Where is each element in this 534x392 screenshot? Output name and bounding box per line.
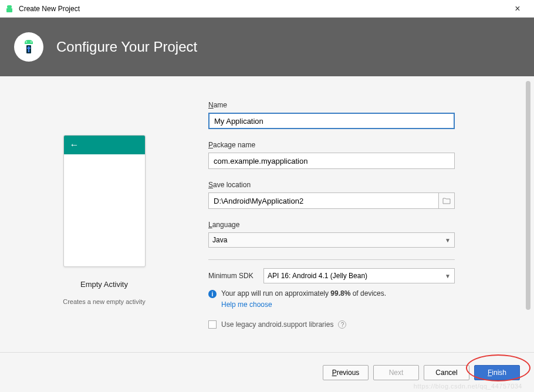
legacy-checkbox[interactable] (208, 320, 217, 329)
language-select[interactable]: Java ▼ (208, 232, 455, 248)
scroll-thumb[interactable] (526, 81, 530, 310)
android-studio-badge-icon (14, 32, 43, 62)
info-text: Your app will run on approximately 99.8%… (221, 289, 386, 298)
chevron-down-icon: ▼ (445, 273, 451, 279)
folder-icon (442, 197, 451, 204)
svg-rect-0 (7, 5, 12, 8)
name-label: Name (208, 101, 516, 109)
scrollbar[interactable] (526, 81, 530, 316)
next-button: Next (373, 365, 419, 380)
package-label: Package name (208, 141, 516, 149)
location-label: Save location (208, 181, 516, 189)
location-input[interactable] (208, 192, 438, 209)
language-label: Language (208, 221, 516, 229)
content-area: ← Empty Activity Creates a new empty act… (0, 76, 534, 352)
language-value: Java (212, 236, 227, 244)
sdk-value: API 16: Android 4.1 (Jelly Bean) (268, 272, 367, 280)
page-title: Configure Your Project (56, 39, 197, 55)
activity-preview: ← (63, 135, 146, 267)
chevron-down-icon: ▼ (445, 237, 451, 244)
package-input[interactable] (208, 153, 455, 169)
preview-appbar: ← (64, 136, 145, 154)
svg-rect-1 (6, 8, 12, 12)
info-icon: i (208, 290, 217, 298)
divider (208, 259, 455, 260)
form-panel: Name Package name Save location Language… (208, 76, 534, 352)
help-choose-link[interactable]: Help me choose (221, 300, 516, 309)
header: Configure Your Project (0, 18, 534, 76)
cancel-button[interactable]: Cancel (424, 365, 469, 380)
svg-point-2 (26, 42, 27, 43)
watermark: https://blog.csdn.net/qq_44757034 (414, 383, 522, 390)
preview-title: Empty Activity (80, 280, 128, 289)
close-icon[interactable]: × (506, 4, 529, 14)
previous-button[interactable]: Previous (323, 365, 369, 380)
device-coverage-info: i Your app will run on approximately 99.… (208, 289, 516, 298)
window-title: Create New Project (19, 5, 506, 13)
titlebar: Create New Project × (0, 0, 534, 18)
preview-subtitle: Creates a new empty activity (63, 298, 146, 305)
preview-panel: ← Empty Activity Creates a new empty act… (0, 76, 208, 352)
svg-point-3 (31, 42, 32, 43)
sdk-label: Minimum SDK (208, 272, 263, 280)
android-studio-icon (5, 4, 14, 13)
back-arrow-icon: ← (70, 140, 79, 150)
help-icon[interactable]: ? (338, 320, 346, 329)
content-fade (208, 342, 516, 352)
finish-button[interactable]: Finish (474, 365, 520, 380)
name-input[interactable] (208, 113, 455, 129)
legacy-label: Use legacy android.support libraries (221, 320, 333, 329)
legacy-libraries-row: Use legacy android.support libraries ? (208, 320, 516, 329)
sdk-select[interactable]: API 16: Android 4.1 (Jelly Bean) ▼ (263, 268, 455, 283)
browse-folder-button[interactable] (438, 192, 455, 209)
